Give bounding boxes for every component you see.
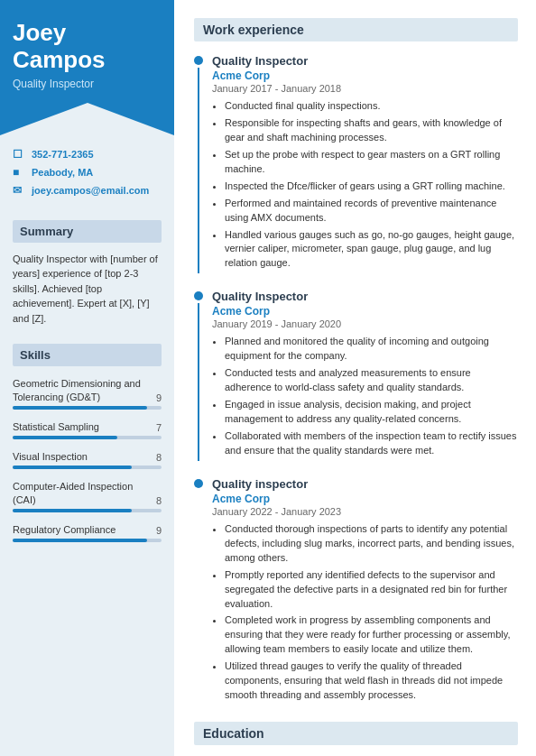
work-content: Quality Inspector Acme Corp January 2017… bbox=[212, 54, 518, 273]
skill-item: Statistical Sampling 7 bbox=[13, 420, 162, 439]
sidebar-header: Joey Campos Quality Inspector bbox=[0, 0, 174, 103]
bullet-item: Conducted final quality inspections. bbox=[225, 99, 518, 114]
work-line bbox=[198, 68, 199, 273]
skill-bar-bg bbox=[13, 436, 162, 439]
bullet-item: Performed and maintained records of prev… bbox=[225, 197, 518, 226]
skills-section: Skills Geometric Dimensioning and Tolera… bbox=[0, 335, 174, 756]
work-dot-col bbox=[194, 477, 203, 705]
location-icon: ■ bbox=[13, 166, 25, 179]
location-text: Peabody, MA bbox=[32, 167, 93, 178]
skill-score: 9 bbox=[152, 392, 162, 403]
skill-item: Regulatory Compliance 9 bbox=[13, 523, 162, 542]
work-job-title: Quality Inspector bbox=[212, 290, 518, 303]
work-dates: January 2019 - January 2020 bbox=[212, 318, 518, 329]
skill-header: Regulatory Compliance 9 bbox=[13, 523, 162, 536]
summary-section: Summary Quality Inspector with [number o… bbox=[0, 211, 174, 336]
skill-bar-fill bbox=[13, 406, 147, 410]
email-icon: ✉ bbox=[13, 184, 25, 197]
email-text: joey.campos@email.com bbox=[32, 185, 149, 196]
skill-name: Regulatory Compliance bbox=[13, 523, 149, 536]
skill-header: Computer-Aided Inspection (CAI) 8 bbox=[13, 480, 162, 506]
skill-header: Statistical Sampling 7 bbox=[13, 420, 162, 433]
work-job-title: Quality inspector bbox=[212, 477, 518, 491]
skill-score: 7 bbox=[152, 422, 162, 433]
skill-item: Visual Inspection 8 bbox=[13, 450, 162, 469]
bullet-item: Conducted thorough inspections of parts … bbox=[225, 522, 518, 566]
main-content: Work experience Quality Inspector Acme C… bbox=[174, 0, 536, 756]
skill-item: Geometric Dimensioning and Tolerancing (… bbox=[13, 377, 162, 410]
skill-bar-bg bbox=[13, 539, 162, 542]
work-company: Acme Corp bbox=[212, 69, 518, 82]
skill-name: Visual Inspection bbox=[13, 450, 149, 463]
edu-section-header: Education bbox=[194, 722, 518, 745]
bullet-item: Set up the probe with respect to gear ma… bbox=[225, 148, 518, 177]
bullet-item: Completed work in progress by assembling… bbox=[225, 613, 518, 657]
skill-item: Computer-Aided Inspection (CAI) 8 bbox=[13, 480, 162, 512]
bullet-item: Conducted tests and analyzed measurement… bbox=[225, 366, 518, 395]
bullet-item: Engaged in issue analysis, decision maki… bbox=[225, 398, 518, 427]
work-line bbox=[198, 303, 199, 461]
bullet-item: Inspected the Dfce/flicker of gears usin… bbox=[225, 180, 518, 194]
work-bullets: Planned and monitored the quality of inc… bbox=[212, 335, 518, 458]
skill-bar-fill bbox=[13, 509, 132, 512]
skill-name: Statistical Sampling bbox=[13, 420, 149, 433]
work-section-title: Work experience bbox=[203, 23, 304, 37]
location-contact: ■ Peabody, MA bbox=[13, 166, 162, 179]
work-entry: Quality inspector Acme Corp January 2022… bbox=[194, 477, 518, 705]
contact-section: ☐ 352-771-2365 ■ Peabody, MA ✉ joey.camp… bbox=[0, 135, 174, 211]
edu-section-title: Education bbox=[203, 726, 264, 741]
work-content: Quality inspector Acme Corp January 2022… bbox=[212, 477, 518, 705]
work-dot bbox=[194, 479, 203, 488]
skill-bar-bg bbox=[13, 466, 162, 469]
work-dates: January 2017 - January 2018 bbox=[212, 83, 518, 94]
skill-bar-fill bbox=[13, 539, 147, 542]
work-job-title: Quality Inspector bbox=[212, 54, 518, 68]
summary-text: Quality Inspector with [number of years]… bbox=[13, 252, 162, 327]
skills-list: Geometric Dimensioning and Tolerancing (… bbox=[13, 377, 162, 542]
skill-name: Computer-Aided Inspection (CAI) bbox=[13, 480, 149, 506]
bullet-item: Responsible for inspecting shafts and ge… bbox=[225, 116, 518, 145]
jobs-list: Quality Inspector Acme Corp January 2017… bbox=[194, 54, 518, 705]
bullet-item: Planned and monitored the quality of inc… bbox=[225, 335, 518, 364]
skill-bar-fill bbox=[13, 466, 132, 469]
work-entry: Quality Inspector Acme Corp January 2019… bbox=[194, 290, 518, 461]
work-bullets: Conducted thorough inspections of parts … bbox=[212, 522, 518, 703]
candidate-name: Joey Campos bbox=[13, 20, 162, 74]
work-entry: Quality Inspector Acme Corp January 2017… bbox=[194, 54, 518, 273]
work-company: Acme Corp bbox=[212, 493, 518, 505]
bullet-item: Collaborated with members of the inspect… bbox=[225, 429, 518, 458]
skill-score: 8 bbox=[152, 452, 162, 463]
skill-score: 8 bbox=[152, 495, 162, 506]
skill-bar-fill bbox=[13, 436, 117, 439]
bullet-item: Utilized thread gauges to verify the qua… bbox=[225, 659, 518, 703]
sidebar-chevron-divider bbox=[0, 103, 174, 135]
skill-bar-bg bbox=[13, 406, 162, 410]
skill-bar-bg bbox=[13, 509, 162, 512]
candidate-title: Quality Inspector bbox=[13, 78, 162, 90]
skill-score: 9 bbox=[152, 525, 162, 536]
work-dot-col bbox=[194, 54, 203, 273]
bullet-item: Handled various gauges such as go, no-go… bbox=[225, 228, 518, 272]
skills-title: Skills bbox=[13, 344, 162, 366]
bullet-item: Promptly reported any identified defects… bbox=[225, 568, 518, 612]
work-dot bbox=[194, 56, 203, 65]
skill-name: Geometric Dimensioning and Tolerancing (… bbox=[13, 377, 149, 403]
phone-icon: ☐ bbox=[13, 148, 25, 161]
phone-contact: ☐ 352-771-2365 bbox=[13, 148, 162, 161]
skill-header: Visual Inspection 8 bbox=[13, 450, 162, 463]
work-dot-col bbox=[194, 290, 203, 461]
phone-number: 352-771-2365 bbox=[32, 149, 94, 160]
work-dot bbox=[194, 291, 203, 300]
summary-title: Summary bbox=[13, 220, 162, 243]
sidebar: Joey Campos Quality Inspector ☐ 352-771-… bbox=[0, 0, 174, 756]
work-section-header: Work experience bbox=[194, 18, 518, 41]
work-content: Quality Inspector Acme Corp January 2019… bbox=[212, 290, 518, 461]
skill-header: Geometric Dimensioning and Tolerancing (… bbox=[13, 377, 162, 403]
work-company: Acme Corp bbox=[212, 305, 518, 318]
work-dates: January 2022 - January 2023 bbox=[212, 506, 518, 517]
work-bullets: Conducted final quality inspections.Resp… bbox=[212, 99, 518, 271]
email-contact: ✉ joey.campos@email.com bbox=[13, 184, 162, 197]
